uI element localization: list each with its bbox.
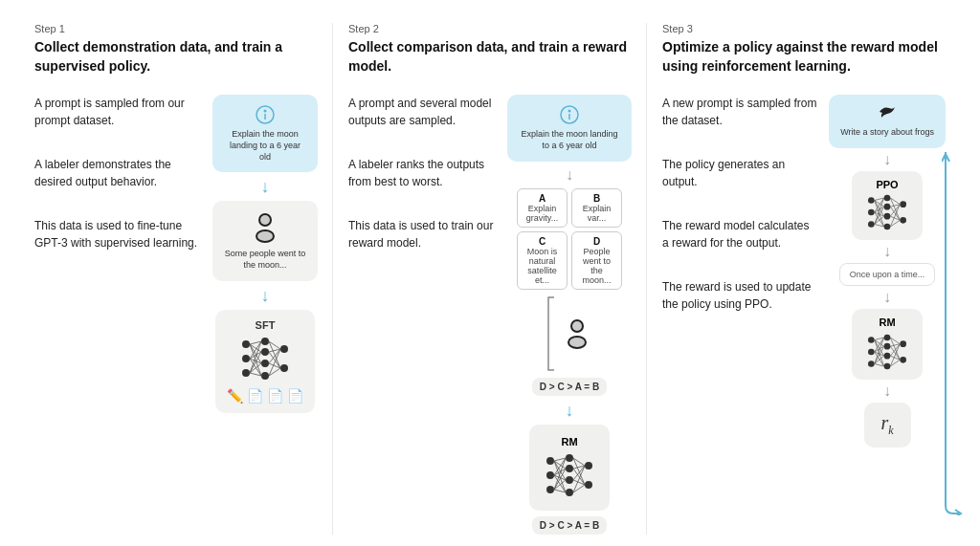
step2-rm-card: RM <box>529 425 610 511</box>
step1-texts: A prompt is sampled from our prompt data… <box>34 95 201 412</box>
svg-point-10 <box>261 338 269 345</box>
step3-texts: A new prompt is sampled from the dataset… <box>662 95 817 448</box>
svg-point-50 <box>585 462 592 470</box>
step3-content: A new prompt is sampled from the dataset… <box>662 95 946 448</box>
output-letter-c: C <box>522 236 563 247</box>
step1-content: A prompt is sampled from our prompt data… <box>34 95 318 412</box>
svg-point-103 <box>868 360 875 367</box>
output-text-a: Explain gravity... <box>526 204 558 223</box>
output-letter-a: A <box>522 193 563 204</box>
svg-point-11 <box>261 348 269 356</box>
svg-point-14 <box>280 345 288 353</box>
svg-point-106 <box>884 353 891 360</box>
step2-text1: A prompt and several model outputs are s… <box>348 95 496 129</box>
step2-texts: A prompt and several model outputs are s… <box>348 95 496 534</box>
person-icon <box>248 210 282 245</box>
step2-title: Collect comparison data, and train a rew… <box>348 38 632 76</box>
step1-title: Collect demonstration data, and train a … <box>34 38 318 76</box>
svg-point-9 <box>242 369 250 377</box>
step1-arrow2: ↓ <box>261 287 270 304</box>
step3-text1: A new prompt is sampled from the dataset… <box>662 95 817 129</box>
bracket-icon <box>545 295 556 372</box>
svg-point-43 <box>546 457 554 465</box>
step1-diagram: Explain the moon landing to a 6 year old… <box>212 95 318 412</box>
doc-icon1: 📄 <box>247 388 263 404</box>
step2-text2: A labeler ranks the outputs from best to… <box>348 156 496 190</box>
step2-text3: This data is used to train our reward mo… <box>348 217 496 251</box>
step2-rank-badge: D > C > A = B <box>532 378 607 396</box>
svg-point-12 <box>261 360 269 367</box>
step2-arrow2: ↓ <box>566 402 574 419</box>
step1-arrow1: ↓ <box>261 178 270 195</box>
svg-point-80 <box>900 217 906 224</box>
svg-point-107 <box>884 363 891 370</box>
step1-text2: A labeler demonstrates the desired outpu… <box>34 156 201 190</box>
svg-point-8 <box>242 355 250 362</box>
step1-icons-row: ✏️ 📄 📄 📄 <box>227 388 303 404</box>
svg-point-101 <box>868 337 875 343</box>
svg-point-6 <box>257 231 273 241</box>
step3-column: Step 3 Optimize a policy against the rew… <box>647 23 961 535</box>
svg-point-105 <box>884 343 891 350</box>
doc-icon2: 📄 <box>267 388 283 404</box>
step2-diagram: Explain the moon landing to a 6 year old… <box>507 95 632 534</box>
step3-output-text-card: Once upon a time... <box>839 263 936 286</box>
step1-prompt-text: Explain the moon landing to a 6 year old <box>224 129 306 163</box>
step3-prompt-text: Write a story about frogs <box>840 127 934 139</box>
step2-rm-label: RM <box>561 436 577 448</box>
step1-person-text: Some people went to the moon... <box>224 249 306 271</box>
step1-label: Step 1 <box>34 23 65 34</box>
step2-prompt-icon <box>559 104 580 125</box>
svg-point-104 <box>884 335 891 341</box>
step2-bracket-row <box>545 295 594 372</box>
step3-ppo-label: PPO <box>876 179 898 190</box>
step3-arrow4: ↓ <box>883 383 891 399</box>
svg-point-1 <box>264 110 267 113</box>
step2-label: Step 2 <box>348 23 379 34</box>
step3-rm-label: RM <box>880 317 896 328</box>
svg-point-15 <box>280 364 288 372</box>
svg-point-109 <box>900 357 906 363</box>
step2-prompt-card: Explain the moon landing to a 6 year old <box>507 95 632 161</box>
svg-point-108 <box>900 340 906 347</box>
output-card-a: A Explain gravity... <box>517 188 568 228</box>
svg-point-76 <box>884 204 891 210</box>
svg-point-44 <box>546 471 554 479</box>
step1-sft-label: SFT <box>256 319 276 331</box>
step2-column: Step 2 Collect comparison data, and trai… <box>333 23 647 535</box>
svg-point-48 <box>566 476 573 484</box>
step1-text3: This data is used to fine-tune GPT-3 wit… <box>34 217 201 251</box>
step3-text2: The policy generates an output. <box>662 156 817 190</box>
step3-rk-label: rk <box>881 412 894 433</box>
step3-title: Optimize a policy against the reward mod… <box>662 38 946 76</box>
step3-arrow2: ↓ <box>883 244 891 259</box>
step2-arrow1: ↓ <box>566 167 573 183</box>
rm2-nn-icon <box>863 332 911 372</box>
step3-text4: The reward is used to update the policy … <box>662 278 817 313</box>
ppo-nn-icon <box>863 192 911 232</box>
step1-column: Step 1 Collect demonstration data, and t… <box>19 23 333 535</box>
rm-nn-icon <box>541 451 598 499</box>
svg-point-42 <box>569 338 585 347</box>
step3-rm-card: RM <box>852 309 923 380</box>
svg-point-78 <box>884 224 891 230</box>
pencil-icon: ✏️ <box>227 388 243 404</box>
svg-point-45 <box>546 486 554 493</box>
doc-icon3: 📄 <box>287 388 303 404</box>
svg-point-49 <box>566 489 573 496</box>
svg-point-47 <box>566 465 573 472</box>
svg-point-72 <box>868 197 875 204</box>
svg-point-7 <box>242 340 250 348</box>
step1-text1: A prompt is sampled from our prompt data… <box>34 95 201 129</box>
output-text-c: Moon is natural satellite et... <box>527 247 558 285</box>
svg-point-37 <box>568 110 571 113</box>
svg-point-74 <box>868 221 875 228</box>
svg-point-5 <box>260 215 270 225</box>
step1-prompt-card: Explain the moon landing to a 6 year old <box>212 95 318 172</box>
step2-outputs-grid: A Explain gravity... B Explain var... C … <box>517 188 622 290</box>
step3-ppo-card: PPO <box>852 171 923 240</box>
svg-point-102 <box>868 349 875 356</box>
svg-point-13 <box>261 372 269 380</box>
feedback-arrow <box>942 152 963 515</box>
output-text-b: Explain var... <box>583 204 612 223</box>
